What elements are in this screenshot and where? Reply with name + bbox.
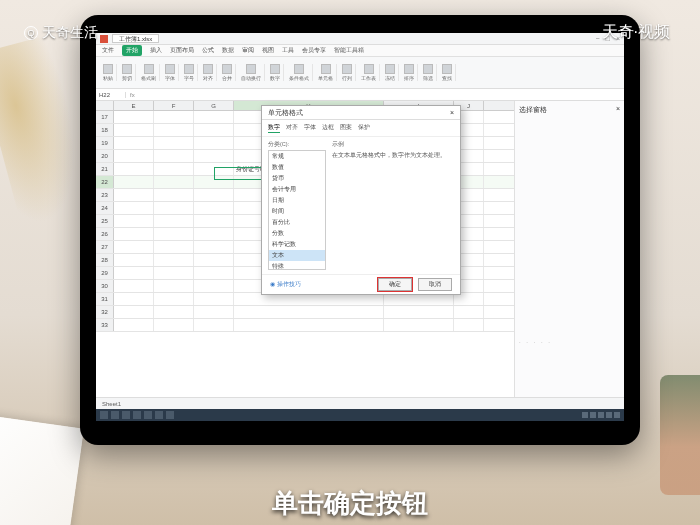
cell[interactable] xyxy=(114,241,154,253)
menu-item[interactable]: 开始 xyxy=(122,45,142,56)
cell[interactable] xyxy=(454,306,484,318)
ribbon-group[interactable]: 字体 xyxy=(162,64,179,81)
row-header[interactable]: 23 xyxy=(96,189,114,201)
tray-icon[interactable] xyxy=(598,412,604,418)
cell[interactable] xyxy=(194,267,234,279)
menu-item[interactable]: 工具 xyxy=(282,46,294,55)
tray-icon[interactable] xyxy=(582,412,588,418)
ribbon-group[interactable]: 查找 xyxy=(439,64,456,81)
cell[interactable] xyxy=(114,306,154,318)
cell[interactable] xyxy=(114,215,154,227)
category-item[interactable]: 数值 xyxy=(269,162,325,173)
cell[interactable] xyxy=(194,150,234,162)
cell[interactable] xyxy=(154,241,194,253)
ribbon-group[interactable]: 自动换行 xyxy=(238,64,265,81)
cell[interactable] xyxy=(154,111,194,123)
task-item[interactable] xyxy=(155,411,163,419)
window-min-button[interactable]: − xyxy=(596,35,600,42)
row-header[interactable]: 26 xyxy=(96,228,114,240)
cell[interactable] xyxy=(194,280,234,292)
cell[interactable] xyxy=(154,163,194,175)
category-item[interactable]: 文本 xyxy=(269,250,325,261)
menu-item[interactable]: 公式 xyxy=(202,46,214,55)
task-search[interactable] xyxy=(111,411,119,419)
ribbon-group[interactable]: 字号 xyxy=(181,64,198,81)
cell[interactable] xyxy=(234,319,384,331)
category-item[interactable]: 会计专用 xyxy=(269,184,325,195)
menu-item[interactable]: 智能工具箱 xyxy=(334,46,364,55)
tray-icon[interactable] xyxy=(590,412,596,418)
ok-button[interactable]: 确定 xyxy=(378,278,412,291)
category-item[interactable]: 百分比 xyxy=(269,217,325,228)
cell[interactable] xyxy=(194,189,234,201)
dialog-tab[interactable]: 边框 xyxy=(322,123,334,133)
menu-item[interactable]: 审阅 xyxy=(242,46,254,55)
dialog-tab[interactable]: 保护 xyxy=(358,123,370,133)
document-tab[interactable]: 工作簿1.xlsx xyxy=(112,34,159,43)
category-item[interactable]: 货币 xyxy=(269,173,325,184)
cell[interactable] xyxy=(194,124,234,136)
cell[interactable] xyxy=(154,293,194,305)
cell[interactable] xyxy=(154,150,194,162)
dialog-tab[interactable]: 图案 xyxy=(340,123,352,133)
ribbon-group[interactable]: 对齐 xyxy=(200,64,217,81)
cell[interactable] xyxy=(194,111,234,123)
category-item[interactable]: 科学记数 xyxy=(269,239,325,250)
cell[interactable] xyxy=(114,267,154,279)
row-header[interactable]: 27 xyxy=(96,241,114,253)
menu-item[interactable]: 数据 xyxy=(222,46,234,55)
dialog-tab[interactable]: 数字 xyxy=(268,123,280,133)
sheet-tabs[interactable]: Sheet1 xyxy=(96,397,624,409)
task-item[interactable] xyxy=(144,411,152,419)
category-item[interactable]: 特殊 xyxy=(269,261,325,270)
ribbon-group[interactable]: 数字 xyxy=(267,64,284,81)
tray-icon[interactable] xyxy=(606,412,612,418)
ribbon-group[interactable]: 单元格 xyxy=(315,64,337,81)
cell[interactable] xyxy=(154,215,194,227)
cell[interactable] xyxy=(114,176,154,188)
cell[interactable] xyxy=(194,293,234,305)
column-header[interactable]: G xyxy=(194,101,234,110)
cell[interactable] xyxy=(114,228,154,240)
cell[interactable] xyxy=(194,215,234,227)
category-item[interactable]: 分数 xyxy=(269,228,325,239)
menu-item[interactable]: 页面布局 xyxy=(170,46,194,55)
dialog-tab[interactable]: 字体 xyxy=(304,123,316,133)
cell[interactable] xyxy=(114,137,154,149)
cell[interactable] xyxy=(114,319,154,331)
table-row[interactable]: 32 xyxy=(96,306,514,319)
row-header[interactable]: 20 xyxy=(96,150,114,162)
ribbon-group[interactable]: 剪切 xyxy=(119,64,136,81)
cell[interactable] xyxy=(154,189,194,201)
start-button[interactable] xyxy=(100,411,108,419)
row-header[interactable]: 24 xyxy=(96,202,114,214)
cancel-button[interactable]: 取消 xyxy=(418,278,452,291)
menu-item[interactable]: 文件 xyxy=(102,46,114,55)
cell[interactable] xyxy=(194,202,234,214)
select-all-corner[interactable] xyxy=(96,101,114,110)
row-header[interactable]: 28 xyxy=(96,254,114,266)
cell[interactable] xyxy=(194,163,234,175)
cell[interactable] xyxy=(194,254,234,266)
task-item[interactable] xyxy=(122,411,130,419)
cell[interactable] xyxy=(194,241,234,253)
ribbon-group[interactable]: 条件格式 xyxy=(286,64,313,81)
category-item[interactable]: 日期 xyxy=(269,195,325,206)
cell[interactable] xyxy=(384,319,454,331)
cell[interactable] xyxy=(454,319,484,331)
cell[interactable] xyxy=(194,176,234,188)
row-header[interactable]: 29 xyxy=(96,267,114,279)
column-header[interactable]: E xyxy=(114,101,154,110)
tray-clock[interactable] xyxy=(614,412,620,418)
menu-item[interactable]: 插入 xyxy=(150,46,162,55)
help-link[interactable]: ◉ 操作技巧 xyxy=(270,280,301,289)
ribbon-group[interactable]: 格式刷 xyxy=(138,64,160,81)
cell[interactable] xyxy=(384,306,454,318)
row-header[interactable]: 17 xyxy=(96,111,114,123)
row-header[interactable]: 19 xyxy=(96,137,114,149)
cell[interactable] xyxy=(154,202,194,214)
cell[interactable] xyxy=(114,254,154,266)
cell[interactable] xyxy=(114,124,154,136)
ribbon-group[interactable]: 粘贴 xyxy=(100,64,117,81)
cell[interactable] xyxy=(154,228,194,240)
